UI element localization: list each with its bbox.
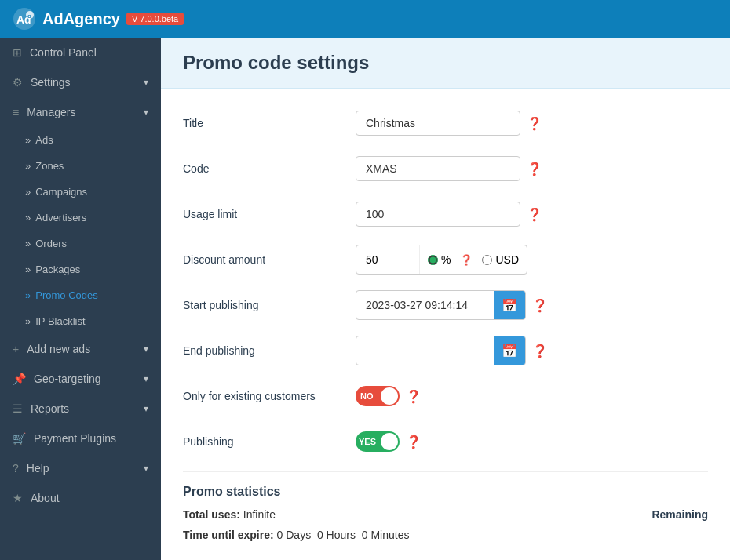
sidebar-item-help[interactable]: ? Help ▾ — [0, 453, 161, 483]
usd-radio-label[interactable]: USD — [482, 253, 519, 266]
help-circle-icon[interactable]: ❓ — [532, 298, 548, 313]
help-circle-icon[interactable]: ❓ — [532, 344, 548, 358]
end-publishing-label: End publishing — [183, 344, 356, 357]
logo-icon: Ad o — [13, 7, 36, 31]
sidebar-item-geo-targeting[interactable]: 📌 Geo-targeting ▾ — [0, 364, 161, 394]
total-uses-value: Infinite — [243, 508, 276, 521]
time-until-expire-row: Time until expire: 0 Days 0 Hours 0 Minu… — [183, 529, 708, 541]
main-content: Promo code settings Title ❓ Code ❓ — [161, 38, 730, 560]
sub-item-prefix: » — [25, 238, 31, 249]
sidebar-sub-label: Packages — [35, 264, 80, 275]
form-row-usage-limit: Usage limit ❓ — [183, 198, 708, 230]
usage-limit-input[interactable] — [356, 202, 520, 227]
help-circle-icon[interactable]: ❓ — [527, 116, 542, 131]
sidebar-item-zones[interactable]: » Zones — [0, 153, 161, 179]
total-uses-row: Total uses: Infinite Remaining — [183, 508, 708, 521]
sidebar-item-label: Managers — [27, 106, 75, 118]
help-circle-icon[interactable]: ❓ — [460, 254, 473, 266]
app-header: Ad o AdAgency V 7.0.0.beta — [0, 0, 730, 38]
sidebar-item-about[interactable]: ★ About — [0, 483, 161, 513]
help-icon: ? — [13, 462, 19, 475]
start-date-input[interactable] — [356, 293, 494, 317]
start-publishing-control: 📅 ❓ — [356, 290, 548, 320]
sidebar-item-label: About — [31, 492, 60, 504]
toggle-yes-label: YES — [359, 437, 376, 446]
chevron-down-icon: ▾ — [144, 77, 148, 88]
help-circle-icon[interactable]: ❓ — [406, 435, 422, 449]
sidebar-item-settings[interactable]: ⚙ Settings ▾ — [0, 67, 161, 97]
logo-text: AdAgency — [42, 10, 120, 28]
sub-item-prefix: » — [25, 186, 31, 198]
days-value: 0 Days — [277, 529, 312, 541]
sidebar-sub-label: Promo Codes — [35, 289, 97, 301]
start-calendar-button[interactable]: 📅 — [494, 291, 525, 319]
sidebar: ⊞ Control Panel ⚙ Settings ▾ ≡ Managers … — [0, 38, 161, 560]
page-title: Promo code settings — [183, 52, 708, 74]
percent-label: % — [441, 253, 451, 266]
sidebar-item-advertisers[interactable]: » Advertisers — [0, 205, 161, 231]
usd-radio[interactable] — [482, 255, 492, 265]
sidebar-item-control-panel[interactable]: ⊞ Control Panel — [0, 38, 161, 67]
pin-icon: 📌 — [13, 373, 26, 385]
sidebar-item-label: Geo-targeting — [34, 373, 101, 385]
publishing-toggle[interactable]: YES — [356, 431, 400, 452]
sidebar-item-payment-plugins[interactable]: 🛒 Payment Plugins — [0, 424, 161, 453]
form-row-start-publishing: Start publishing 📅 ❓ — [183, 289, 708, 321]
publishing-control: YES ❓ — [356, 431, 422, 452]
sidebar-item-packages[interactable]: » Packages — [0, 256, 161, 282]
sidebar-item-reports[interactable]: ☰ Reports ▾ — [0, 394, 161, 424]
settings-icon: ⚙ — [13, 76, 23, 89]
title-input[interactable] — [356, 111, 520, 136]
discount-radio-group: % ❓ USD — [420, 253, 527, 266]
reports-icon: ☰ — [13, 402, 23, 415]
sidebar-item-label: Add new ads — [27, 343, 90, 355]
percent-radio-label[interactable]: % — [428, 253, 451, 266]
discount-input[interactable] — [356, 248, 419, 271]
code-input[interactable] — [356, 156, 520, 181]
sidebar-item-ads[interactable]: » Ads — [0, 127, 161, 153]
promo-statistics-section: Promo statistics Total uses: Infinite Re… — [183, 471, 708, 541]
percent-radio[interactable] — [428, 255, 438, 265]
sidebar-item-label: Payment Plugins — [34, 432, 116, 445]
managers-icon: ≡ — [13, 106, 19, 118]
sub-item-prefix: » — [25, 315, 31, 327]
minutes-value: 0 Minutes — [362, 529, 410, 541]
sidebar-item-label: Control Panel — [30, 46, 97, 59]
sub-item-prefix: » — [25, 134, 31, 146]
end-calendar-button[interactable]: 📅 — [494, 336, 525, 365]
form-row-end-publishing: End publishing 📅 ❓ — [183, 335, 708, 366]
discount-control-group: % ❓ USD — [356, 245, 527, 275]
existing-customers-control: NO ❓ — [356, 386, 422, 406]
chevron-down-icon: ▾ — [144, 373, 148, 384]
sidebar-sub-label: Advertisers — [35, 212, 86, 224]
start-publishing-label: Start publishing — [183, 299, 356, 311]
help-circle-icon[interactable]: ❓ — [527, 207, 542, 222]
existing-customers-toggle[interactable]: NO — [356, 386, 400, 406]
sidebar-item-promo-codes[interactable]: » Promo Codes — [0, 282, 161, 308]
sidebar-item-ip-blacklist[interactable]: » IP Blacklist — [0, 308, 161, 334]
star-icon: ★ — [13, 492, 23, 504]
title-control: ❓ — [356, 111, 542, 136]
end-date-wrapper: 📅 — [356, 336, 526, 365]
toggle-knob — [381, 387, 398, 405]
chevron-down-icon: ▾ — [144, 403, 148, 414]
sub-item-prefix: » — [25, 212, 31, 224]
cart-icon: 🛒 — [13, 432, 26, 445]
sidebar-item-managers[interactable]: ≡ Managers ▾ — [0, 97, 161, 127]
start-date-wrapper: 📅 — [356, 290, 526, 320]
end-date-input[interactable] — [356, 339, 494, 362]
sub-item-prefix: » — [25, 264, 31, 275]
publishing-label: Publishing — [183, 435, 356, 448]
help-circle-icon[interactable]: ❓ — [406, 389, 422, 404]
title-label: Title — [183, 117, 356, 129]
form-row-discount: Discount amount % ❓ — [183, 244, 708, 275]
form-row-existing-customers: Only for existing customers NO ❓ — [183, 380, 708, 412]
sidebar-item-campaigns[interactable]: » Campaigns — [0, 179, 161, 205]
sub-item-prefix: » — [25, 289, 31, 301]
code-label: Code — [183, 162, 356, 175]
content-area: Title ❓ Code ❓ Usage limit ❓ — [161, 89, 730, 560]
sidebar-item-add-new-ads[interactable]: + Add new ads ▾ — [0, 334, 161, 364]
chevron-down-icon: ▾ — [144, 463, 148, 474]
sidebar-item-orders[interactable]: » Orders — [0, 231, 161, 256]
help-circle-icon[interactable]: ❓ — [527, 162, 542, 176]
